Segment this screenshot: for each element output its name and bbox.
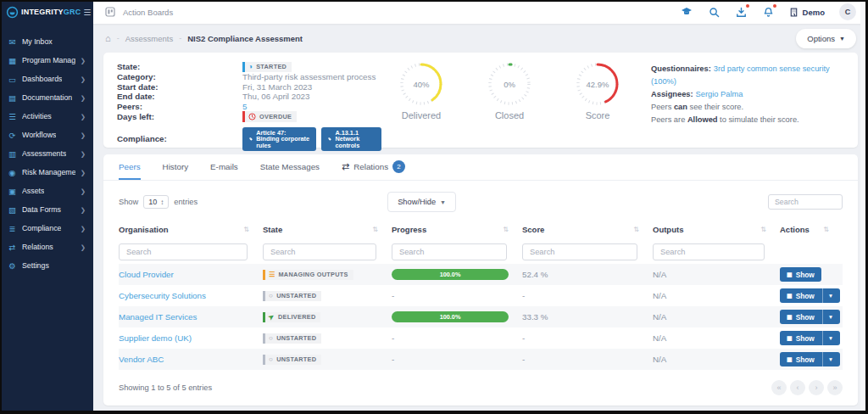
tab-e-mails[interactable]: E-mails: [210, 154, 238, 180]
chevron-right-icon: ❯: [81, 225, 86, 232]
organisation-link[interactable]: Managed IT Services: [119, 312, 263, 322]
sidebar-item-assets[interactable]: ▣ Assets ❯: [0, 182, 93, 200]
summary-gauges: 40% Delivered 0% Closed 42.9% Score: [393, 62, 626, 138]
sidebar-item-activities[interactable]: ☰ Activities ❯: [0, 107, 93, 126]
tab-relations[interactable]: ⇄Relations2: [342, 154, 405, 180]
tenant-switcher[interactable]: Demo: [789, 8, 825, 17]
chevron-down-icon[interactable]: ▼: [822, 352, 833, 366]
filter-state-input[interactable]: [263, 243, 376, 260]
chevron-down-icon[interactable]: ▼: [822, 331, 833, 345]
score-value: 33.3 %: [522, 312, 653, 322]
chevron-down-icon[interactable]: ▼: [822, 288, 833, 303]
filter-progress-input[interactable]: [392, 243, 507, 260]
organisation-link[interactable]: Supplier demo (UK): [119, 333, 263, 343]
column-header-score[interactable]: Score⇅: [522, 220, 653, 238]
topbar: Action Boards Demo C: [93, 0, 868, 24]
sidebar-item-documentation[interactable]: ▤ Documentation ❯: [0, 88, 93, 107]
sort-icon: ⇅: [760, 226, 766, 233]
page-size-select[interactable]: 10↕: [143, 195, 169, 209]
show-button[interactable]: ▦Show: [780, 267, 821, 282]
search-icon[interactable]: [708, 6, 721, 19]
compliance-tag[interactable]: Article 47: Binding corporate rules: [242, 127, 316, 151]
summary-fields: State: ◑STARTED Category: Third-party ri…: [117, 62, 387, 138]
sidebar-item-compliance[interactable]: ≣ Compliance ❯: [0, 219, 93, 238]
topbar-title[interactable]: Action Boards: [123, 8, 173, 17]
column-header-organisation[interactable]: Organisation⇅: [119, 220, 263, 238]
next-page-button[interactable]: ›: [809, 380, 824, 395]
sidebar-collapse-icon[interactable]: ☰: [83, 8, 91, 17]
overdue-badge: OVERDUE: [242, 111, 297, 122]
organisation-link[interactable]: Cloud Provider: [119, 270, 263, 279]
avatar[interactable]: C: [839, 3, 856, 20]
paper-plane-icon: ➤: [267, 313, 275, 322]
sort-icon: ⇅: [633, 226, 639, 233]
tab-history[interactable]: History: [163, 154, 188, 180]
peers-table: Organisation⇅State⇅Progress⇅Score⇅Output…: [103, 220, 858, 370]
sidebar-item-program-manager[interactable]: ▦ Program Manager ❯: [0, 51, 93, 70]
table-controls: Show 10↕ entries Show/Hide▼: [103, 181, 858, 220]
sidebar-menu: ✉ My Inbox ❯ ▦ Program Manager ❯ ▭ Dashb…: [0, 32, 93, 275]
sidebar-item-workflows[interactable]: ⟳ Workflows ❯: [0, 126, 93, 144]
notification-dot: [773, 4, 776, 8]
assessment-summary-card: State: ◑STARTED Category: Third-party ri…: [103, 53, 858, 148]
sidebar-item-settings[interactable]: ⚙ Settings ❯: [0, 256, 93, 275]
previous-page-button[interactable]: ‹: [790, 380, 805, 395]
column-header-actions[interactable]: Actions⇅: [780, 220, 843, 238]
filter-score-input[interactable]: [522, 243, 637, 260]
grid-icon: ▦: [787, 356, 793, 363]
column-filter-row: [119, 238, 843, 264]
tab-state-messages[interactable]: State Messages: [260, 154, 320, 180]
column-header-state[interactable]: State⇅: [263, 220, 392, 238]
download-icon[interactable]: [735, 6, 748, 19]
home-icon[interactable]: ⌂: [105, 33, 111, 43]
first-page-button[interactable]: «: [771, 380, 787, 395]
column-header-outputs[interactable]: Outputs⇅: [653, 220, 780, 238]
column-header-progress[interactable]: Progress⇅: [392, 220, 522, 238]
peers-count-link[interactable]: 5: [242, 102, 247, 112]
table-search-input[interactable]: [768, 194, 843, 210]
organisation-link[interactable]: Cybersecurity Solutions: [119, 291, 263, 300]
show-split-button[interactable]: ▦Show▼: [780, 331, 840, 345]
last-page-button[interactable]: »: [827, 380, 843, 395]
sidebar-item-relations[interactable]: ⇄ Relations ❯: [0, 238, 93, 256]
organisation-link[interactable]: Vendor ABC: [119, 355, 263, 364]
sidebar-item-inbox[interactable]: ✉ My Inbox ❯: [0, 32, 93, 51]
chevron-right-icon: ❯: [81, 131, 86, 139]
grid-icon: ▦: [787, 271, 793, 278]
sidebar-item-assessments[interactable]: ▥ Assessments ❯: [0, 144, 93, 163]
bell-icon[interactable]: [762, 6, 775, 19]
page-scrollbar[interactable]: [860, 2, 865, 411]
state-badge: ○UNSTARTED: [263, 333, 321, 344]
show-split-button[interactable]: ▦Show▼: [780, 310, 840, 324]
brand-logo[interactable]: INTEGRITYGRC: [21, 8, 81, 16]
breadcrumb-assessments[interactable]: Assessments: [125, 34, 174, 43]
assignee-link[interactable]: Sergio Palma: [696, 90, 743, 98]
outputs-value: N/A: [653, 291, 780, 300]
main-content: ⌂ - Assessments - NIS2 Compliance Assess…: [93, 24, 868, 414]
academy-icon[interactable]: [681, 6, 693, 19]
compliance-tag[interactable]: A.13.1.1 Network controls: [321, 127, 381, 151]
table-footer: Showing 1 to 5 of 5 entries « ‹ › »: [103, 370, 858, 406]
grid-icon: ▦: [787, 335, 793, 342]
options-button[interactable]: Options▼: [796, 29, 856, 48]
sidebar-item-risk-management[interactable]: ◉ Risk Management ❯: [0, 163, 93, 182]
chevron-down-icon[interactable]: ▼: [822, 310, 833, 324]
half-circle-icon: ◑: [248, 64, 253, 70]
sidebar-item-dashboards[interactable]: ▭ Dashboards ❯: [0, 70, 93, 88]
show-hide-columns-button[interactable]: Show/Hide▼: [387, 192, 456, 212]
relations-count-badge: 2: [392, 160, 405, 173]
activities-icon: ☰: [8, 112, 17, 121]
filter-organisation-input[interactable]: [119, 243, 248, 260]
tab-peers[interactable]: Peers: [119, 154, 141, 180]
sidebar-item-data-forms[interactable]: ▧ Data Forms ❯: [0, 200, 93, 219]
show-split-button[interactable]: ▦Show▼: [780, 288, 840, 303]
show-split-button[interactable]: ▦Show▼: [780, 352, 840, 366]
table-row: Managed IT Services ➤DELIVERED 100.0% 33…: [119, 306, 843, 327]
clock-icon: [248, 113, 256, 120]
outputs-value: N/A: [653, 312, 780, 322]
progress-bar: 100.0%: [392, 311, 509, 322]
table-row: Cybersecurity Solutions ○UNSTARTED - - N…: [119, 285, 843, 306]
dashboards-icon: ▭: [8, 75, 17, 84]
filter-outputs-input[interactable]: [653, 243, 765, 260]
end-date-value: Thu, 06 April 2023: [242, 92, 310, 102]
